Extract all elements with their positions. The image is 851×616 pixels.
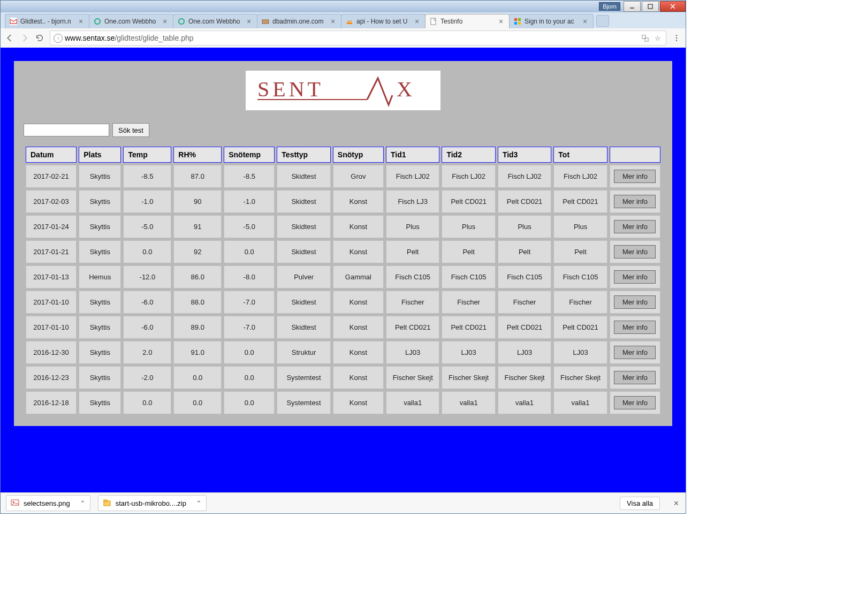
cell-snotyp: Konst	[333, 391, 384, 414]
window-close-button[interactable]	[660, 1, 686, 12]
window-maximize-button[interactable]	[642, 1, 659, 12]
cell-temp: 2.0	[123, 341, 171, 364]
cell-rh: 0.0	[173, 391, 222, 414]
table-row: 2017-02-03Skyttis-1.090-1.0SkidtestKonst…	[26, 190, 660, 213]
svg-text:X: X	[397, 77, 415, 101]
tab-favicon-icon	[514, 18, 521, 25]
cell-datum: 2017-02-03	[26, 190, 77, 213]
tab-0[interactable]: Glidtest.. - bjorn.n×	[5, 14, 89, 28]
tab-2[interactable]: One.com Webbho×	[173, 14, 257, 28]
close-download-shelf-button[interactable]: ✕	[672, 499, 680, 507]
reload-button[interactable]	[35, 33, 44, 43]
cell-snotyp: Konst	[333, 366, 384, 389]
search-input[interactable]	[24, 124, 109, 136]
svg-rect-11	[514, 18, 517, 21]
cell-temp: -6.0	[123, 291, 171, 314]
cell-t1: Fisch LJ02	[386, 165, 439, 188]
cell-plats: Hemus	[79, 265, 121, 288]
svg-point-5	[95, 19, 100, 24]
cell-rh: 90	[173, 190, 222, 213]
cell-plats: Skyttis	[79, 165, 121, 188]
cell-testtyp: Skidtest	[277, 215, 330, 238]
tab-5[interactable]: Testinfo×	[425, 14, 510, 28]
table-row: 2017-01-10Skyttis-6.089.0-7.0SkidtestKon…	[26, 316, 660, 339]
bookmark-star-icon[interactable]: ☆	[653, 33, 663, 43]
more-info-button[interactable]: Mer info	[614, 396, 656, 409]
chevron-up-icon[interactable]: ⌃	[80, 499, 86, 507]
col-header-0: Datum	[26, 147, 77, 163]
user-badge[interactable]: Bjorn	[599, 2, 620, 11]
svg-rect-8	[347, 22, 352, 24]
svg-rect-1	[648, 4, 652, 9]
more-info-button[interactable]: Mer info	[614, 321, 656, 334]
file-icon	[11, 498, 19, 508]
cell-tot: valla1	[553, 391, 607, 414]
cell-testtyp: Skidtest	[277, 291, 330, 314]
chevron-up-icon[interactable]: ⌃	[196, 499, 202, 507]
tab-4[interactable]: api - How to set U×	[341, 14, 426, 28]
tab-close-icon[interactable]: ×	[329, 18, 337, 25]
tab-close-icon[interactable]: ×	[77, 18, 85, 25]
cell-datum: 2017-01-21	[26, 240, 77, 263]
tab-1[interactable]: One.com Webbho×	[89, 14, 173, 28]
search-button[interactable]: Sök test	[112, 123, 149, 137]
show-all-downloads-button[interactable]: Visa alla	[620, 497, 660, 510]
cell-temp: 0.0	[123, 391, 171, 414]
cell-t3: Fischer	[498, 291, 551, 314]
more-info-button[interactable]: Mer info	[614, 371, 656, 384]
cell-snotemp: 0.0	[224, 366, 275, 389]
more-info-button[interactable]: Mer info	[614, 295, 656, 309]
cell-plats: Skyttis	[79, 190, 121, 213]
omnibox[interactable]: i www.sentax.se/glidtest/glide_table.php…	[50, 31, 666, 45]
more-info-button[interactable]: Mer info	[614, 195, 656, 208]
translate-icon[interactable]	[640, 33, 650, 43]
download-filename: selectsens.png	[24, 499, 70, 507]
download-item-0[interactable]: selectsens.png⌃	[6, 495, 90, 511]
more-info-button[interactable]: Mer info	[614, 270, 656, 284]
cell-datum: 2016-12-30	[26, 341, 77, 364]
back-button[interactable]	[5, 33, 14, 43]
cell-tot: Fischer	[553, 291, 607, 314]
cell-action: Mer info	[610, 291, 660, 314]
cell-snotyp: Gammal	[333, 265, 384, 288]
tab-close-icon[interactable]: ×	[161, 18, 169, 25]
cell-temp: 0.0	[123, 240, 171, 263]
menu-button[interactable]	[672, 33, 681, 43]
more-info-button[interactable]: Mer info	[614, 245, 656, 258]
more-info-button[interactable]: Mer info	[614, 170, 656, 183]
window-minimize-button[interactable]	[624, 1, 641, 12]
cell-testtyp: Skidtest	[277, 316, 330, 339]
tab-close-icon[interactable]: ×	[413, 18, 421, 25]
cell-t3: Fischer Skejt	[498, 366, 551, 389]
cell-datum: 2017-01-13	[26, 265, 77, 288]
cell-snotemp: -5.0	[224, 215, 275, 238]
col-header-9: Tid3	[498, 147, 551, 163]
new-tab-button[interactable]	[596, 15, 609, 27]
cell-plats: Skyttis	[79, 391, 121, 414]
cell-t1: LJ03	[386, 341, 439, 364]
cell-tot: Fisch LJ02	[553, 165, 607, 188]
tab-close-icon[interactable]: ×	[581, 18, 589, 25]
col-header-3: RH%	[173, 147, 222, 163]
tab-3[interactable]: dbadmin.one.com×	[257, 14, 341, 28]
download-item-1[interactable]: start-usb-mikrobo....zip⌃	[98, 495, 207, 511]
cell-temp: -6.0	[123, 316, 171, 339]
forward-button[interactable]	[20, 33, 29, 43]
cell-datum: 2017-01-24	[26, 215, 77, 238]
cell-plats: Skyttis	[79, 316, 121, 339]
more-info-button[interactable]: Mer info	[614, 220, 656, 233]
site-info-icon[interactable]: i	[54, 34, 63, 43]
cell-snotemp: -7.0	[224, 316, 275, 339]
tab-6[interactable]: Sign in to your ac×	[509, 14, 594, 28]
cell-snotyp: Konst	[333, 190, 384, 213]
cell-temp: -1.0	[123, 190, 171, 213]
table-header-row: DatumPlatsTempRH%SnötempTesttypSnötypTid…	[26, 147, 660, 163]
cell-temp: -5.0	[123, 215, 171, 238]
tab-close-icon[interactable]: ×	[497, 18, 505, 25]
col-header-7: Tid1	[386, 147, 439, 163]
cell-t2: Pelt CD021	[442, 316, 495, 339]
tab-close-icon[interactable]: ×	[245, 18, 253, 25]
more-info-button[interactable]: Mer info	[614, 346, 656, 359]
cell-rh: 88.0	[173, 291, 222, 314]
sentax-logo: SENT X	[246, 71, 440, 110]
